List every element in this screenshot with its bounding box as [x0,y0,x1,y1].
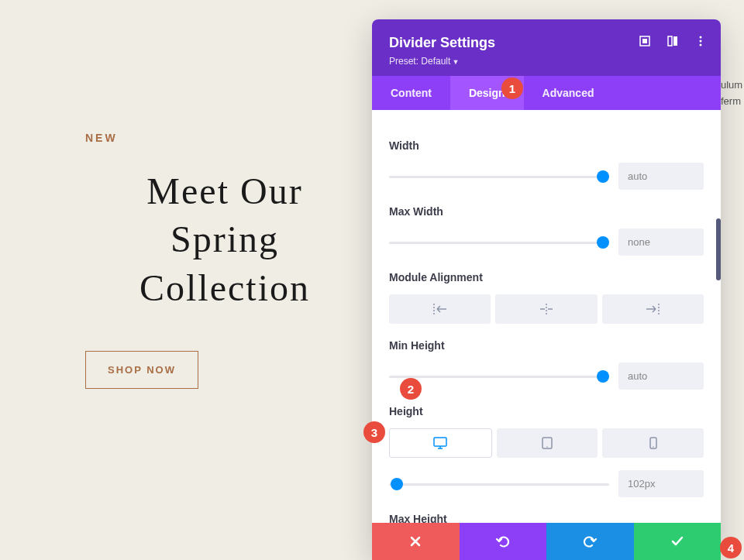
svg-rect-11 [434,438,446,446]
svg-point-5 [700,36,702,39]
svg-rect-3 [668,36,672,46]
svg-point-15 [546,446,548,448]
panel-body: Width Max Width Module Alignment [372,110,721,523]
tab-content[interactable]: Content [372,76,450,110]
background-body-text: ulum lo ferm iam [721,77,744,110]
align-left-button[interactable] [389,294,491,324]
panel-header: Divider Settings Preset: Default▼ [372,19,721,76]
device-tablet-button[interactable] [497,428,598,458]
width-label: Width [389,139,704,152]
chevron-down-icon: ▼ [452,58,459,66]
footer-bar [372,523,721,560]
preset-dropdown[interactable]: Preset: Default▼ [389,56,704,67]
shop-now-button[interactable]: SHOP NOW [85,351,198,389]
maxwidth-label: Max Width [389,205,704,218]
align-center-button[interactable] [495,294,597,324]
height-input[interactable] [618,470,704,497]
callout-badge-3: 3 [363,421,385,443]
new-label: NEW [85,132,333,144]
width-input[interactable] [618,163,704,190]
height-label: Height [389,405,704,417]
scrollbar[interactable] [716,218,721,280]
svg-point-6 [700,40,702,43]
device-desktop-button[interactable] [389,428,492,458]
redo-button[interactable] [546,523,634,560]
svg-point-7 [700,44,702,46]
minheight-slider[interactable] [389,369,609,384]
undo-button[interactable] [460,523,547,560]
expand-icon[interactable] [639,35,651,47]
maxwidth-input[interactable] [618,228,704,256]
callout-badge-4: 4 [720,537,742,558]
hero-heading: Meet Our Spring Collection [116,167,333,312]
callout-badge-1: 1 [501,77,523,99]
cancel-button[interactable] [372,523,460,560]
callout-badge-2: 2 [400,378,422,400]
width-slider[interactable] [389,169,609,184]
settings-panel: Divider Settings Preset: Default▼ Conten… [372,19,721,560]
svg-point-17 [653,446,654,448]
svg-rect-2 [642,39,647,43]
alignment-label: Module Alignment [389,271,704,283]
minheight-label: Min Height [389,339,704,352]
snap-icon[interactable] [666,35,679,47]
minheight-input[interactable] [618,362,704,390]
more-icon[interactable] [694,35,707,47]
svg-rect-4 [673,36,677,46]
save-button[interactable] [634,523,722,560]
tabs: Content Design Advanced [372,76,721,110]
maxheight-label: Max Height [389,513,704,523]
device-phone-button[interactable] [602,428,704,458]
height-slider[interactable] [389,476,609,492]
preset-label: Preset: Default [389,56,450,67]
tab-advanced[interactable]: Advanced [524,76,613,110]
maxwidth-slider[interactable] [389,235,609,250]
align-right-button[interactable] [602,294,704,324]
